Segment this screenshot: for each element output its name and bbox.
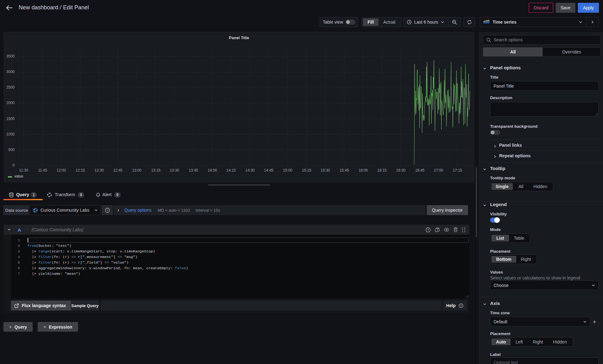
svg-text:?: ?: [427, 228, 429, 232]
svg-text:?: ?: [106, 209, 108, 212]
